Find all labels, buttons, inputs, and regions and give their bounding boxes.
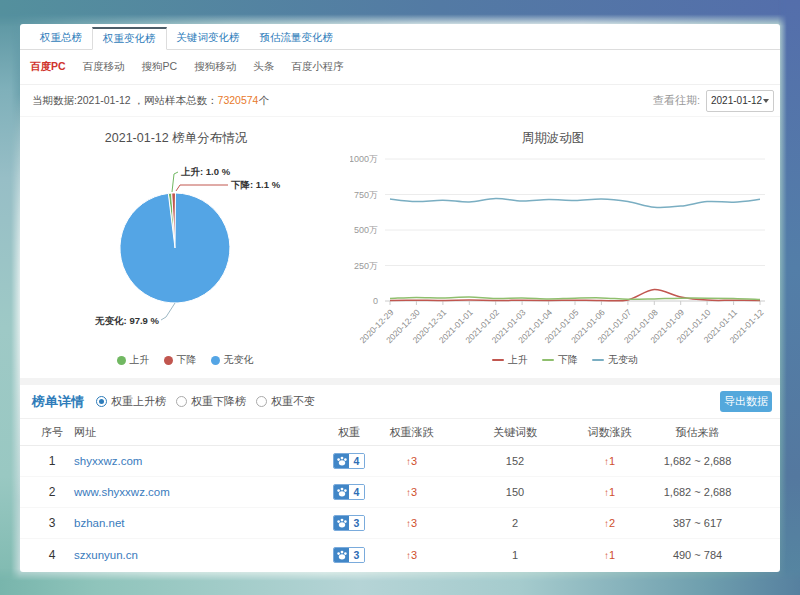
weight-change-cell: ↑3 [383,455,466,467]
site-url-cell: bzhan.net [74,517,315,529]
line-legend-下降[interactable]: 下降 [542,353,578,367]
filter-label: 权重上升榜 [111,394,166,409]
ranking-detail-section: 榜单详情 权重上升榜权重下降榜权重不变 导出数据 序号网址权重权重涨跌关键词数词… [20,385,780,570]
weight-badge: 3 [333,515,365,531]
legend-label: 下降 [558,353,578,367]
subnav-搜狗移动[interactable]: 搜狗移动 [194,60,236,74]
legend-dot [164,356,173,365]
date-select[interactable]: 2021-01-12 [706,90,774,112]
row-index: 2 [30,485,74,499]
site-link[interactable]: shyxxwz.com [74,455,142,467]
badge-number: 3 [349,516,364,530]
svg-text:750万: 750万 [354,190,378,200]
site-link[interactable]: www.shyxxwz.com [74,486,170,498]
line-series-上升 [390,290,760,301]
sample-count: 7320574 [218,94,259,106]
col-header-词数涨跌: 词数涨跌 [564,425,655,440]
radio-icon [176,396,187,407]
pie-legend-无变化[interactable]: 无变化 [211,353,254,367]
badge-number: 4 [349,485,364,499]
badge-paw [334,485,349,499]
up-arrow-icon: ↑ [406,456,411,467]
row-index: 3 [30,516,74,530]
up-arrow-icon: ↑ [406,518,411,529]
weight-badge: 4 [333,453,365,469]
line-legend-上升[interactable]: 上升 [492,353,528,367]
subnav-百度PC[interactable]: 百度PC [30,60,66,74]
traffic-cell: 490 ~ 784 [655,549,770,561]
pie-label-down: 下降: 1.1 % [230,179,281,190]
badge-paw [334,548,349,562]
line-legend: 上升下降无变动 [350,353,780,367]
current-data-text: 当期数据:2021-01-12 ，网站样本总数：7320574个 [32,94,269,108]
table-row: 1shyxxwz.com4↑3152↑11,682 ~ 2,688 [20,446,780,477]
weight-cell: 3 [315,515,383,531]
subnav-百度移动[interactable]: 百度移动 [83,60,125,74]
tab-权重变化榜[interactable]: 权重变化榜 [92,27,167,50]
up-arrow-icon: ↑ [604,518,609,529]
background-gradient-left [0,0,20,595]
section-title: 榜单详情 [32,393,84,411]
filter-权重下降榜[interactable]: 权重下降榜 [176,394,246,409]
table-row: 2www.shyxxwz.com4↑3150↑11,682 ~ 2,688 [20,477,780,508]
legend-label: 无变动 [608,353,638,367]
site-url-cell: www.shyxxwz.com [74,486,315,498]
baidu-paw-icon [337,550,347,560]
pie-chart: 上升: 1.0 %下降: 1.1 %无变化: 97.9 % [35,161,315,336]
legend-label: 下降 [177,353,197,367]
section-divider [20,378,780,385]
traffic-cell: 387 ~ 617 [655,517,770,529]
background-gradient-right [778,0,800,595]
line-chart: 0250万500万750万1000万2020-12-292020-12-3020… [350,117,780,378]
keywords-cell: 150 [466,486,564,498]
weight-cell: 3 [315,547,383,563]
filter-label: 权重下降榜 [191,394,246,409]
up-arrow-icon: ↑ [604,487,609,498]
site-link[interactable]: szxunyun.cn [74,549,138,561]
table-header: 序号网址权重权重涨跌关键词数词数涨跌预估来路 [20,419,780,446]
filter-权重上升榜[interactable]: 权重上升榜 [96,394,166,409]
pie-legend-下降[interactable]: 下降 [164,353,197,367]
words-change-cell: ↑1 [564,455,655,467]
col-header-权重: 权重 [315,425,383,440]
tab-权重总榜[interactable]: 权重总榜 [30,24,92,49]
line-legend-无变动[interactable]: 无变动 [592,353,638,367]
baidu-paw-icon [337,456,347,466]
traffic-cell: 1,682 ~ 2,688 [655,486,770,498]
badge-number: 3 [349,548,364,562]
up-arrow-icon: ↑ [604,456,609,467]
baidu-paw-icon [337,487,347,497]
svg-text:1000万: 1000万 [350,154,378,164]
svg-text:250万: 250万 [354,261,378,271]
badge-paw [334,516,349,530]
pie-legend-上升[interactable]: 上升 [117,353,150,367]
filter-权重不变[interactable]: 权重不变 [256,394,315,409]
legend-dash [492,359,504,362]
keywords-cell: 152 [466,455,564,467]
weight-cell: 4 [315,453,383,469]
traffic-cell: 1,682 ~ 2,688 [655,455,770,467]
words-change-cell: ↑1 [564,549,655,561]
legend-dash [592,359,604,362]
col-header-权重涨跌: 权重涨跌 [383,425,466,440]
subnav-头条[interactable]: 头条 [253,60,274,74]
subnav-搜狗PC[interactable]: 搜狗PC [142,60,178,74]
tab-预估流量变化榜[interactable]: 预估流量变化榜 [250,24,344,49]
table-row: 3bzhan.net3↑32↑2387 ~ 617 [20,508,780,539]
pie-label-nochange: 无变化: 97.9 % [94,315,159,326]
legend-dot [211,356,220,365]
pie-label-up: 上升: 1.0 % [180,166,231,177]
weight-change-cell: ↑3 [383,486,466,498]
pie-legend: 上升下降无变化 [20,353,350,367]
tab-关键词变化榜[interactable]: 关键词变化榜 [167,24,250,49]
date-select-value: 2021-01-12 [711,95,762,106]
chevron-down-icon [763,99,769,103]
keywords-cell: 1 [466,549,564,561]
subnav-百度小程序[interactable]: 百度小程序 [291,60,344,74]
weight-cell: 4 [315,484,383,500]
info-row: 当期数据:2021-01-12 ，网站样本总数：7320574个 查看往期: 2… [20,85,780,117]
badge-paw [334,454,349,468]
export-data-button[interactable]: 导出数据 [720,391,772,412]
site-link[interactable]: bzhan.net [74,517,125,529]
legend-label: 上升 [130,353,150,367]
